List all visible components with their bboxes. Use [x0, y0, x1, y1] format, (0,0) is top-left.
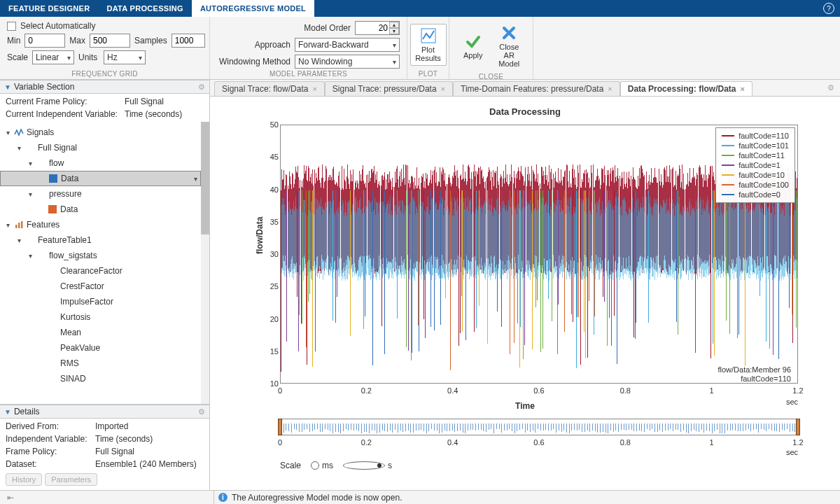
legend-item[interactable]: faultCode=11 — [722, 150, 789, 160]
overview-tick: 0.4 — [447, 438, 458, 447]
overview-tick: 0.6 — [533, 438, 544, 447]
windowing-label: Windowing Method — [217, 57, 290, 66]
plot-caption: PLOT — [419, 69, 438, 78]
panner-handle-left[interactable] — [278, 419, 282, 435]
approach-select[interactable]: Forward-Backward — [295, 38, 400, 52]
details-fp-value: Full Signal — [95, 447, 204, 456]
x-tick: 0.8 — [620, 386, 631, 395]
y-tick: 35 — [270, 218, 279, 226]
doc-tab-timedomain-pressure[interactable]: Time-Domain Features: pressure/Data× — [453, 81, 620, 96]
model-order-spinner[interactable]: ▲▼ — [389, 22, 399, 34]
close-ar-model-button[interactable]: CloseAR Model — [493, 21, 526, 71]
samples-label: Samples — [134, 36, 167, 46]
y-tick: 25 — [270, 282, 279, 290]
tree-flow-data[interactable]: Data — [0, 171, 201, 186]
scale-select[interactable]: Linear — [32, 50, 74, 64]
gear-icon[interactable]: ⚙ — [198, 83, 205, 92]
apply-button[interactable]: Apply — [456, 21, 490, 71]
tree-pressure[interactable]: ▾pressure — [0, 186, 201, 202]
tree-stat-crestfactor[interactable]: CrestFactor — [0, 279, 201, 294]
variable-tree[interactable]: ▾Signals▾Full Signal▾flowData▾pressureDa… — [0, 122, 201, 404]
doc-tab-dataproc-flow[interactable]: Data Processing: flow/Data× — [620, 81, 752, 96]
tree-flow-sigstats[interactable]: ▾flow_sigstats — [0, 248, 201, 263]
doc-tab-signal-flow[interactable]: Signal Trace: flow/Data× — [214, 81, 325, 96]
gear-icon[interactable]: ⚙ — [827, 83, 834, 92]
y-tick: 50 — [270, 120, 279, 129]
plot-results-button[interactable]: PlotResults — [410, 24, 447, 66]
legend-item[interactable]: faultCode=1 — [722, 160, 789, 170]
parameters-button[interactable]: Parameters — [45, 473, 97, 486]
y-tick: 30 — [270, 250, 279, 258]
x-tick: 1 — [710, 386, 714, 395]
tree-stat-mean[interactable]: Mean — [0, 325, 201, 340]
toolstrip: Select Automatically Min Max Samples Sca… — [0, 17, 840, 80]
tree-full-signal[interactable]: ▾Full Signal — [0, 140, 201, 155]
min-label: Min — [7, 36, 20, 46]
min-input[interactable] — [24, 34, 65, 48]
tree-stat-sinad[interactable]: SINAD — [0, 371, 201, 386]
tab-feature-designer[interactable]: FEATURE DESIGNER — [0, 0, 98, 17]
details-iv-value: Time (seconds) — [95, 434, 204, 444]
close-icon[interactable]: × — [608, 85, 612, 93]
scale-radio-label: Scale — [280, 461, 301, 470]
tree-signals[interactable]: ▾Signals — [0, 125, 201, 140]
collapse-icon[interactable]: ⇤ — [7, 493, 14, 503]
approach-label: Approach — [217, 40, 290, 50]
x-tick: 1.2 — [792, 386, 803, 395]
help-icon[interactable]: ? — [823, 3, 834, 14]
select-auto-checkbox[interactable] — [7, 22, 16, 31]
samples-input[interactable] — [172, 34, 205, 48]
tab-data-processing[interactable]: DATA PROCESSING — [98, 0, 191, 17]
tree-stat-peakvalue[interactable]: PeakValue — [0, 340, 201, 356]
tree-stat-kurtosis[interactable]: Kurtosis — [0, 309, 201, 325]
overview-tick: 1 — [710, 438, 714, 447]
frame-policy-value: Full Signal — [125, 97, 204, 106]
tab-autoregressive-model[interactable]: AUTOREGRESSIVE MODEL — [192, 0, 314, 17]
y-tick: 40 — [270, 186, 279, 194]
details-header[interactable]: ▼Details⚙ — [0, 405, 209, 419]
details-ds-label: Dataset: — [6, 459, 95, 469]
close-icon[interactable]: × — [740, 85, 744, 93]
variable-section-header[interactable]: ▼Variable Section⚙ — [0, 80, 209, 94]
units-select[interactable]: Hz — [104, 50, 146, 64]
y-tick: 20 — [270, 315, 279, 323]
tree-pressure-data[interactable]: Data — [0, 202, 201, 217]
close-icon[interactable]: × — [441, 85, 445, 93]
chevron-down-icon: ▼ — [4, 83, 11, 91]
select-auto-label: Select Automatically — [20, 21, 95, 31]
scale-s-radio[interactable] — [343, 461, 385, 470]
tree-features[interactable]: ▾Features — [0, 217, 201, 232]
history-button[interactable]: History — [6, 473, 42, 486]
scale-radio-group: Scale ms s — [280, 461, 392, 470]
overview-tick: 0.2 — [361, 438, 372, 447]
doc-tab-signal-pressure[interactable]: Signal Trace: pressure/Data× — [325, 81, 453, 96]
panner-handle-right[interactable] — [796, 419, 800, 435]
windowing-select[interactable]: No Windowing — [295, 55, 400, 69]
scale-ms-radio[interactable] — [311, 461, 319, 470]
x-tick: 0.6 — [533, 386, 544, 395]
tree-stat-rms[interactable]: RMS — [0, 356, 201, 371]
max-input[interactable] — [90, 34, 130, 48]
freq-grid-caption: FREQUENCY GRID — [7, 69, 202, 78]
derived-from-value: Imported — [95, 421, 204, 431]
document-tabs: Signal Trace: flow/Data× Signal Trace: p… — [210, 80, 840, 97]
legend-item[interactable]: faultCode=110 — [722, 131, 789, 141]
y-tick: 15 — [270, 347, 279, 356]
tree-flow[interactable]: ▾flow — [0, 155, 201, 171]
tree-stat-clearancefactor[interactable]: ClearanceFactor — [0, 263, 201, 279]
tree-stat-impulsefactor[interactable]: ImpulseFactor — [0, 294, 201, 309]
close-icon[interactable]: × — [312, 85, 316, 93]
ribbon-tabs: FEATURE DESIGNER DATA PROCESSING AUTOREG… — [0, 0, 840, 17]
legend-item[interactable]: faultCode=101 — [722, 141, 789, 150]
gear-icon[interactable]: ⚙ — [198, 407, 205, 416]
tree-scrollbar[interactable] — [201, 122, 209, 404]
chart-legend[interactable]: faultCode=110faultCode=101faultCode=11fa… — [715, 127, 795, 203]
status-text: The Autoregressive Model mode is now ope… — [232, 493, 402, 503]
tree-featuretable1[interactable]: ▾FeatureTable1 — [0, 232, 201, 248]
legend-item[interactable]: faultCode=10 — [722, 170, 789, 180]
details-fp-label: Frame Policy: — [6, 447, 95, 456]
legend-item[interactable]: faultCode=0 — [722, 190, 789, 200]
svg-rect-5 — [21, 221, 23, 228]
chart-area: Data Processing flow/Data 10152025303540… — [210, 97, 840, 490]
legend-item[interactable]: faultCode=100 — [722, 180, 789, 190]
